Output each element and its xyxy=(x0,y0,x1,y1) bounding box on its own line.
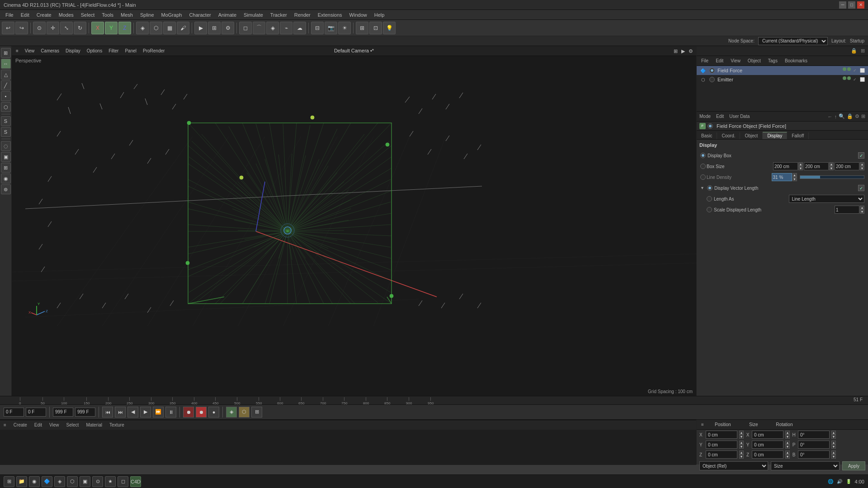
taskbar-chrome[interactable]: ◉ xyxy=(29,476,40,487)
lt-move-button[interactable]: ↔ xyxy=(1,59,11,69)
pm-expand-icon[interactable]: ⊞ xyxy=(861,113,865,119)
scale-input[interactable] xyxy=(835,206,859,214)
taskbar-app-6[interactable]: ★ xyxy=(105,476,116,487)
scale-radio[interactable] xyxy=(707,207,712,212)
pm-up-icon[interactable]: ↑ xyxy=(835,114,837,119)
current-frame-input[interactable] xyxy=(26,408,46,417)
rot-h-up[interactable]: ▲ xyxy=(831,431,836,435)
pos-y-down[interactable]: ▼ xyxy=(739,445,744,449)
length-as-select[interactable]: Line Length World Units xyxy=(789,195,865,203)
lt-s1-button[interactable]: S xyxy=(1,116,11,126)
em-render-dot[interactable] xyxy=(847,76,851,80)
start-frame-input[interactable] xyxy=(4,408,24,417)
pos-x-input[interactable] xyxy=(706,431,737,439)
menu-edit[interactable]: Edit xyxy=(17,11,33,19)
texture-mode-button[interactable]: ▦ xyxy=(163,22,176,34)
auto-key-button[interactable]: ● xyxy=(208,407,219,418)
motion-path-button[interactable]: ◈ xyxy=(226,407,237,418)
taskbar-app-4[interactable]: ▣ xyxy=(80,476,90,487)
lt-polygon-button[interactable]: △ xyxy=(1,70,11,80)
lt-coord-button[interactable]: ⊚ xyxy=(1,184,11,194)
timeline-mode-button[interactable]: ⊞ xyxy=(251,407,262,418)
rot-h-down[interactable]: ▼ xyxy=(831,435,836,439)
cp-menu-icon[interactable]: ≡ xyxy=(699,422,706,427)
box-size-z-down[interactable]: ▼ xyxy=(860,166,864,170)
move-button[interactable]: ✛ xyxy=(47,22,59,34)
object-mode-select[interactable]: Object (Rel) World xyxy=(699,461,768,470)
apply-button[interactable]: Apply xyxy=(842,461,865,470)
om-file-btn[interactable]: File xyxy=(699,58,710,64)
line-density-input[interactable] xyxy=(772,173,792,181)
redo-button[interactable]: ↪ xyxy=(15,22,28,34)
scene-view[interactable]: Z Y X xyxy=(12,46,696,396)
taskbar-app-1[interactable]: 🔷 xyxy=(42,476,52,487)
size-y-input[interactable] xyxy=(752,441,783,449)
sm-view-btn[interactable]: View xyxy=(47,422,61,428)
play-fast-button[interactable]: ⏩ xyxy=(153,407,164,418)
line-density-up[interactable]: ▲ xyxy=(793,173,797,177)
render-view-button[interactable]: ▶ xyxy=(194,22,207,34)
rot-b-input[interactable] xyxy=(798,450,830,459)
display-vector-radio[interactable] xyxy=(707,185,712,191)
box-size-x-input[interactable] xyxy=(773,162,798,170)
scale-up[interactable]: ▲ xyxy=(860,206,864,210)
menu-render[interactable]: Render xyxy=(291,11,314,19)
render-button[interactable]: ⊞ xyxy=(208,22,221,34)
rot-b-down[interactable]: ▼ xyxy=(831,455,836,459)
vp-menu-trigger[interactable]: ≡ xyxy=(14,48,21,54)
om-bookmarks-btn[interactable]: Bookmarks xyxy=(783,58,809,64)
cube-button[interactable]: ◻ xyxy=(239,22,252,34)
lt-edge-button[interactable]: ╱ xyxy=(1,80,11,90)
goto-end-button[interactable]: ⏭ xyxy=(115,407,126,418)
vp-prorender-menu[interactable]: ProRender xyxy=(141,48,167,54)
om-edit-btn[interactable]: Edit xyxy=(714,58,725,64)
start-button[interactable]: ⊞ xyxy=(4,476,14,487)
box-size-radio[interactable] xyxy=(700,164,706,169)
menu-mograph[interactable]: MoGraph xyxy=(158,11,186,19)
maximize-button[interactable]: □ xyxy=(848,1,855,9)
rp-expand-icon[interactable]: ⊞ xyxy=(859,47,866,54)
vp-display-menu[interactable]: Display xyxy=(63,48,83,54)
scale-button[interactable]: ⤡ xyxy=(60,22,73,34)
spline-button[interactable]: ⌒ xyxy=(253,22,265,34)
box-size-x-up[interactable]: ▲ xyxy=(798,162,803,166)
key-mode-button[interactable]: ⬡ xyxy=(239,407,250,418)
lt-s2-button[interactable]: S xyxy=(1,127,11,137)
nurbs-button[interactable]: ◈ xyxy=(266,22,279,34)
om-tags-btn[interactable]: Tags xyxy=(766,58,779,64)
lt-snap-button[interactable]: ◉ xyxy=(1,174,11,183)
nodespace-dropdown[interactable]: Current (Standard/Physical) xyxy=(758,37,828,45)
size-mode-select[interactable]: Size Scale xyxy=(771,461,840,470)
vp-view-menu[interactable]: View xyxy=(23,48,37,54)
pos-x-up[interactable]: ▲ xyxy=(739,431,744,435)
om-object-btn[interactable]: Object xyxy=(746,58,763,64)
rotate-button[interactable]: ↻ xyxy=(74,22,86,34)
box-size-x-down[interactable]: ▼ xyxy=(798,166,803,170)
rot-p-down[interactable]: ▼ xyxy=(831,445,836,449)
vp-cameras-menu[interactable]: Cameras xyxy=(38,48,61,54)
menu-animate[interactable]: Animate xyxy=(215,11,240,19)
rot-p-input[interactable] xyxy=(798,441,830,449)
line-density-down[interactable]: ▼ xyxy=(793,177,797,181)
vp-icon-render[interactable]: ▶ xyxy=(680,48,686,55)
display-settings-button[interactable]: ⊡ xyxy=(369,22,382,34)
pos-x-down[interactable]: ▼ xyxy=(739,435,744,439)
menu-create[interactable]: Create xyxy=(33,11,55,19)
pos-y-up[interactable]: ▲ xyxy=(739,441,744,445)
size-x-input[interactable] xyxy=(752,431,783,439)
stop-record-button[interactable]: ⏺ xyxy=(196,407,207,418)
lt-grid-button[interactable]: ⊞ xyxy=(1,163,11,173)
menu-help[interactable]: Help xyxy=(371,11,388,19)
vp-panel-menu[interactable]: Panel xyxy=(123,48,139,54)
menu-character[interactable]: Character xyxy=(185,11,214,19)
play-forward-button[interactable]: ▶ xyxy=(140,407,151,418)
display-box-checkbox[interactable] xyxy=(858,152,864,159)
y-axis-button[interactable]: Y xyxy=(105,22,118,34)
lt-layers-button[interactable]: ▣ xyxy=(1,152,11,162)
sm-material-btn[interactable]: Material xyxy=(84,422,104,428)
line-density-slider[interactable] xyxy=(800,175,865,179)
pos-z-down[interactable]: ▼ xyxy=(739,455,744,459)
sm-menu-icon[interactable]: ≡ xyxy=(2,422,8,428)
z-axis-button[interactable]: Z xyxy=(118,22,131,34)
size-y-up[interactable]: ▲ xyxy=(785,441,790,445)
